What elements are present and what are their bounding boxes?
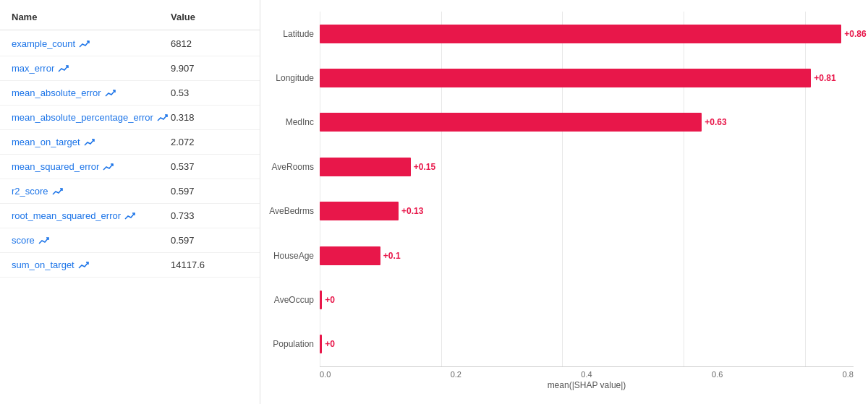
row-name: sum_on_target (12, 259, 171, 270)
x-tick-label: 0.4 (581, 370, 592, 379)
trend-icon (58, 64, 69, 73)
trend-chart-icon (38, 236, 50, 245)
metric-value: 0.597 (171, 186, 195, 197)
bar-value-label: +0.1 (383, 251, 401, 261)
bar: +0 (320, 335, 322, 353)
trend-chart-icon (124, 212, 136, 220)
bar-row: +0.13 (320, 197, 854, 225)
metric-link[interactable]: score (12, 235, 35, 246)
x-tick-label: 0.8 (843, 370, 854, 379)
metric-value: 9.907 (171, 63, 195, 74)
metric-value: 6812 (171, 38, 192, 49)
trend-chart-icon (84, 138, 95, 147)
x-ticks: 0.00.20.40.60.8 (320, 367, 854, 379)
trend-icon (52, 187, 64, 196)
table-row: mean_absolute_error 0.53 (0, 81, 260, 106)
y-axis-label: Population (268, 340, 314, 348)
bar-row: +0.15 (320, 152, 854, 181)
y-axis-label: Latitude (268, 30, 314, 38)
bar-value-label: +0.63 (705, 117, 726, 127)
bar-value-label: +0 (325, 295, 335, 305)
trend-icon (105, 89, 116, 98)
metric-link[interactable]: max_error (12, 63, 54, 74)
trend-chart-icon (58, 64, 69, 73)
trend-chart-icon (79, 40, 90, 48)
table-row: root_mean_squared_error 0.733 (0, 204, 260, 228)
bar: +0.15 (320, 158, 411, 176)
y-axis-label: AveBedrms (268, 207, 314, 215)
y-axis-label: AveOccup (268, 296, 314, 304)
y-axis-label: MedInc (268, 118, 314, 126)
x-tick-label: 0.2 (451, 370, 461, 379)
table-row: score 0.597 (0, 228, 260, 253)
trend-chart-icon (103, 163, 114, 171)
bar-value-label: +0.13 (401, 206, 423, 216)
bar-row: +0.63 (320, 108, 854, 137)
trend-icon (103, 163, 114, 171)
trend-chart-icon (157, 113, 169, 122)
bar: +0.63 (320, 113, 702, 132)
y-axis-label: AveRooms (268, 163, 314, 171)
metric-link[interactable]: mean_absolute_error (12, 87, 101, 98)
chart-inner: LatitudeLongitudeMedIncAveRoomsAveBedrms… (268, 12, 854, 392)
chart-container: LatitudeLongitudeMedIncAveRoomsAveBedrms… (268, 12, 854, 392)
table-row: r2_score 0.597 (0, 179, 260, 204)
metrics-table: Name Value example_count 6812 max_error (0, 0, 260, 404)
bars-area: +0.86+0.81+0.63+0.15+0.13+0.1+0+0 (320, 12, 854, 366)
metric-value: 0.597 (171, 235, 195, 246)
trend-chart-icon (105, 89, 116, 98)
row-name: r2_score (12, 186, 171, 197)
metric-link[interactable]: example_count (12, 38, 75, 49)
bar: +0 (320, 291, 322, 309)
row-name: mean_on_target (12, 137, 171, 147)
trend-icon (78, 261, 90, 270)
bar-value-label: +0 (325, 339, 335, 349)
metric-value: 14117.6 (171, 259, 205, 270)
table-row: mean_absolute_percentage_error 0.318 (0, 106, 260, 130)
row-name: example_count (12, 38, 171, 49)
trend-chart-icon (52, 187, 64, 196)
table-row: sum_on_target 14117.6 (0, 253, 260, 278)
bar: +0.81 (320, 69, 811, 87)
metric-link[interactable]: mean_on_target (12, 137, 80, 147)
trend-icon (79, 40, 90, 48)
shap-chart-panel: LatitudeLongitudeMedIncAveRoomsAveBedrms… (260, 0, 868, 404)
metric-value: 0.318 (171, 112, 195, 123)
y-axis-label: HouseAge (268, 252, 314, 260)
metric-link[interactable]: sum_on_target (12, 259, 75, 270)
metric-link[interactable]: root_mean_squared_error (12, 210, 121, 221)
row-name: mean_squared_error (12, 161, 171, 172)
metric-link[interactable]: mean_squared_error (12, 161, 99, 172)
bar: +0.13 (320, 202, 399, 220)
chart-plot-area: +0.86+0.81+0.63+0.15+0.13+0.1+0+0 0.00.2… (320, 12, 854, 392)
x-tick-label: 0.6 (712, 370, 723, 379)
trend-chart-icon (78, 261, 90, 270)
trend-icon (124, 212, 136, 220)
table-row: mean_squared_error 0.537 (0, 155, 260, 179)
bar-value-label: +0.86 (844, 29, 866, 39)
x-axis-title: mean(|SHAP value|) (320, 380, 854, 390)
metric-link[interactable]: r2_score (12, 186, 48, 197)
x-tick-label: 0.0 (320, 370, 331, 379)
y-axis-labels: LatitudeLongitudeMedIncAveRoomsAveBedrms… (268, 12, 320, 392)
row-name: score (12, 235, 171, 246)
metric-value: 0.53 (171, 87, 189, 98)
trend-icon (157, 113, 169, 122)
y-axis-label: Longitude (268, 74, 314, 82)
bar-row: +0.86 (320, 20, 854, 48)
bar-row: +0 (320, 285, 854, 314)
row-name: root_mean_squared_error (12, 210, 171, 221)
bar: +0.1 (320, 246, 380, 265)
row-name: max_error (12, 63, 171, 74)
bar-row: +0 (320, 330, 854, 358)
column-value-header: Value (171, 12, 195, 22)
bar-row: +0.81 (320, 64, 854, 93)
bar-row: +0.1 (320, 241, 854, 270)
table-row: example_count 6812 (0, 32, 260, 56)
column-name-header: Name (12, 12, 171, 22)
trend-icon (38, 236, 50, 245)
metric-link[interactable]: mean_absolute_percentage_error (12, 112, 153, 123)
row-name: mean_absolute_percentage_error (12, 112, 171, 123)
table-body: example_count 6812 max_error 9.907 mean_… (0, 32, 260, 278)
trend-icon (84, 138, 95, 147)
